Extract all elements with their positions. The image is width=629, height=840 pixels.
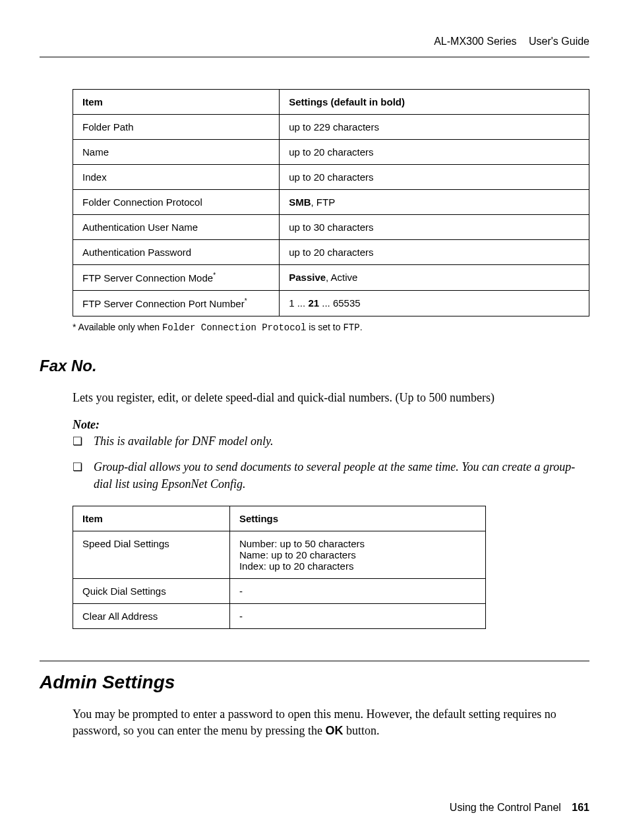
page-content: Item Settings (default in bold) Folder P… bbox=[40, 89, 589, 739]
table-row: Clear All Address - bbox=[73, 603, 486, 628]
table-row: FTP Server Connection Mode* Passive, Act… bbox=[73, 265, 589, 291]
cell-item: Speed Dial Settings bbox=[73, 531, 230, 578]
note-label: Note: bbox=[73, 418, 589, 432]
table-row: Authentication User Name up to 30 charac… bbox=[73, 215, 589, 240]
col-header-settings: Settings (default in bold) bbox=[280, 90, 589, 115]
section-title-fax: Fax No. bbox=[40, 357, 589, 375]
cell-settings: up to 20 characters bbox=[280, 165, 589, 190]
fax-body-text: Lets you register, edit, or delete speed… bbox=[73, 390, 589, 406]
product-series: AL-MX300 Series bbox=[434, 36, 516, 47]
cell-settings: - bbox=[229, 578, 485, 603]
settings-table-2: Item Settings Speed Dial Settings Number… bbox=[73, 506, 486, 629]
footnote-suffix: . bbox=[360, 322, 363, 332]
item-text: FTP Server Connection Mode bbox=[82, 272, 213, 284]
table-header-row: Item Settings bbox=[73, 506, 486, 531]
cell-item: Index bbox=[73, 165, 280, 190]
cell-settings: Number: up to 50 characters Name: up to … bbox=[229, 531, 485, 578]
cell-settings: - bbox=[229, 603, 485, 628]
table-row: Quick Dial Settings - bbox=[73, 578, 486, 603]
table-row: Authentication Password up to 20 charact… bbox=[73, 240, 589, 265]
cell-settings: up to 30 characters bbox=[280, 215, 589, 240]
table-row: Speed Dial Settings Number: up to 50 cha… bbox=[73, 531, 486, 578]
footnote-prefix: * Available only when bbox=[73, 322, 162, 332]
bold-value: 21 bbox=[308, 297, 319, 309]
page-footer: Using the Control Panel 161 bbox=[450, 802, 589, 814]
col-header-item: Item bbox=[73, 90, 280, 115]
footnote-mono: Folder Connection Protocol bbox=[162, 322, 306, 333]
cell-item: Folder Path bbox=[73, 115, 280, 140]
rest-value: , Active bbox=[326, 272, 357, 283]
admin-body-bold: OK bbox=[325, 724, 343, 737]
table-row: Index up to 20 characters bbox=[73, 165, 589, 190]
table-row: FTP Server Connection Port Number* 1 ...… bbox=[73, 291, 589, 316]
item-text: FTP Server Connection Port Number bbox=[82, 298, 245, 309]
admin-body-text: You may be prompted to enter a password … bbox=[73, 706, 589, 739]
footnote-mid: is set to bbox=[306, 322, 343, 332]
cell-settings: up to 20 characters bbox=[280, 240, 589, 265]
footer-chapter: Using the Control Panel bbox=[450, 802, 561, 813]
cell-item: Clear All Address bbox=[73, 603, 230, 628]
admin-body-pre: You may be prompted to enter a password … bbox=[73, 707, 556, 737]
pre-value: 1 ... bbox=[289, 297, 308, 309]
cell-item: FTP Server Connection Port Number* bbox=[73, 291, 280, 316]
table-row: Folder Connection Protocol SMB, FTP bbox=[73, 190, 589, 215]
cell-settings: up to 20 characters bbox=[280, 140, 589, 165]
cell-item: Authentication Password bbox=[73, 240, 280, 265]
table-header-row: Item Settings (default in bold) bbox=[73, 90, 589, 115]
cell-settings: 1 ... 21 ... 65535 bbox=[280, 291, 589, 316]
bold-value: Passive bbox=[289, 272, 326, 283]
cell-item: Folder Connection Protocol bbox=[73, 190, 280, 215]
col-header-settings: Settings bbox=[229, 506, 485, 531]
table-row: Folder Path up to 229 characters bbox=[73, 115, 589, 140]
note-item: Group-dial allows you to send documents … bbox=[73, 459, 589, 492]
cell-settings: up to 229 characters bbox=[280, 115, 589, 140]
footnote-mono: FTP bbox=[343, 322, 359, 333]
section-title-admin: Admin Settings bbox=[40, 661, 589, 693]
note-item: This is available for DNF model only. bbox=[73, 433, 589, 450]
footnote-marker: * bbox=[213, 272, 216, 279]
note-list: This is available for DNF model only. Gr… bbox=[73, 433, 589, 493]
rest-value: ... 65535 bbox=[319, 297, 361, 309]
cell-item: Authentication User Name bbox=[73, 215, 280, 240]
settings-table-1: Item Settings (default in bold) Folder P… bbox=[73, 89, 589, 316]
cell-item: Quick Dial Settings bbox=[73, 578, 230, 603]
footnote-marker: * bbox=[245, 297, 247, 305]
table-row: Name up to 20 characters bbox=[73, 140, 589, 165]
cell-settings: Passive, Active bbox=[280, 265, 589, 291]
page-header: AL-MX300 Series User's Guide bbox=[40, 36, 589, 57]
rest-value: , FTP bbox=[311, 196, 336, 208]
cell-item: Name bbox=[73, 140, 280, 165]
bold-value: SMB bbox=[289, 196, 311, 208]
page-number: 161 bbox=[572, 802, 589, 813]
admin-body-post: button. bbox=[343, 724, 379, 737]
cell-item: FTP Server Connection Mode* bbox=[73, 265, 280, 291]
col-header-item: Item bbox=[73, 506, 230, 531]
cell-settings: SMB, FTP bbox=[280, 190, 589, 215]
guide-title: User's Guide bbox=[529, 36, 589, 47]
table-footnote: * Available only when Folder Connection … bbox=[73, 322, 589, 333]
